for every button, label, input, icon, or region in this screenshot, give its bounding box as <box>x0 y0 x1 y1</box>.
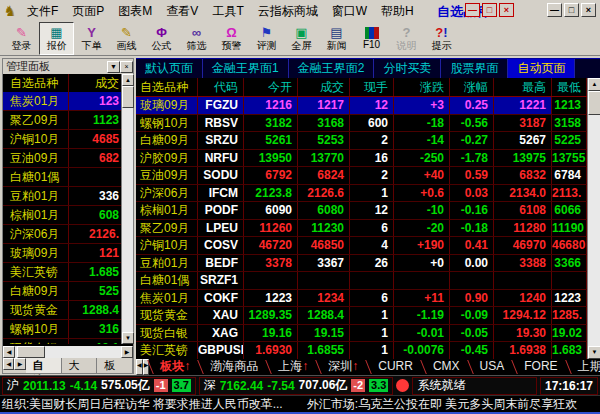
menu-item[interactable]: 窗口W <box>325 1 374 22</box>
market-tab-USA[interactable]: USA <box>469 359 514 375</box>
mdi-restore-button[interactable]: □ <box>482 3 497 17</box>
scroll-up-icon[interactable]: ▲ <box>122 74 134 86</box>
menu-item[interactable]: 云指标商城 <box>251 1 325 22</box>
market-tab-CURR[interactable]: CURR <box>367 359 422 375</box>
market-tab-渤海商品[interactable]: 渤海商品 <box>199 359 267 375</box>
评测-button[interactable]: ⚑评测 <box>249 22 284 55</box>
page-tab[interactable]: 金融王界面2 <box>289 59 375 78</box>
menu-item[interactable]: 图表M <box>111 1 159 22</box>
window-minimize-button[interactable]: — <box>547 3 562 17</box>
说明-button[interactable]: ?说明 <box>389 22 424 55</box>
watchlist-tab-大盘[interactable]: 大盘 <box>62 358 98 373</box>
scroll-up-icon[interactable]: ▲ <box>588 78 600 91</box>
list-item[interactable]: 棕榈01月608 <box>3 206 121 225</box>
list-item[interactable]: 现货白银19.1 <box>3 339 121 344</box>
panel-close-icon[interactable]: × <box>120 61 133 73</box>
F10-button[interactable]: F10 <box>354 22 389 55</box>
tab-scroll-left-icon[interactable]: ◀ <box>136 359 143 375</box>
watchlist-tab-自选[interactable]: 自选 <box>26 358 62 373</box>
column-header[interactable]: 涨跌 <box>394 78 450 96</box>
table-row[interactable]: 现货白银XAG19.1619.151-0.01-0.0519.3019.02 <box>136 325 587 343</box>
报价-button[interactable]: ▦报价 <box>39 22 74 55</box>
list-item[interactable]: 沪铜10月4685 <box>3 130 121 149</box>
menu-item[interactable]: 工具T <box>205 1 250 22</box>
page-tab[interactable]: 默认页面 <box>136 59 203 78</box>
list-item[interactable]: 美汇英镑1.685 <box>3 263 121 282</box>
table-row[interactable]: 白糖09月SRZU526152532-14-0.2752675225 <box>136 132 587 150</box>
table-row[interactable]: 沪深06月IFCM2123.82126.61+0.60.032134.02113… <box>136 185 587 203</box>
全屏-button[interactable]: ▣全屏 <box>284 22 319 55</box>
登录-button[interactable]: ✎登录 <box>4 22 39 55</box>
table-row[interactable]: 焦炭01月COKF122312346+110.9012401223 <box>136 290 587 308</box>
mdi-minimize-button[interactable]: — <box>465 3 480 17</box>
list-item[interactable]: 现货黄金1288.4 <box>3 301 121 320</box>
panel-dropdown-icon[interactable]: ▼ <box>107 61 120 73</box>
mdi-close-button[interactable]: × <box>499 3 514 17</box>
公式-button[interactable]: Φ公式 <box>144 22 179 55</box>
list-item[interactable]: 螺钢10月316 <box>3 320 121 339</box>
table-row[interactable]: 美汇英镑GBPUSD1.69301.68551-0.0076-0.451.693… <box>136 342 587 359</box>
scroll-thumb[interactable] <box>588 91 600 115</box>
column-header[interactable]: 最高 <box>494 78 552 96</box>
watchlist-hscrollbar[interactable]: ◀ ▶ <box>3 346 133 358</box>
column-header[interactable]: 今开 <box>244 78 298 96</box>
筛选-button[interactable]: ∞筛选 <box>179 22 214 55</box>
提示-button[interactable]: ?!提示 <box>424 22 459 55</box>
tab-scroll-right-icon[interactable]: ▶ <box>14 358 25 370</box>
scroll-thumb[interactable] <box>122 86 134 108</box>
page-tab[interactable]: 自动页面 <box>508 59 575 78</box>
market-tab-FORE[interactable]: FORE <box>513 359 566 375</box>
list-item[interactable]: 豆粕01月336 <box>3 187 121 206</box>
watchlist-header-price[interactable]: 成交 <box>69 74 121 92</box>
menu-item[interactable]: 页面P <box>65 1 111 22</box>
market-tab-深圳[interactable]: 深圳↑ <box>317 359 367 375</box>
画线-button[interactable]: ✎画线 <box>109 22 144 55</box>
menu-item[interactable]: 文件F <box>20 1 65 22</box>
quote-vscrollbar[interactable]: ▲ ▼ <box>587 78 600 359</box>
list-item[interactable]: 玻璃09月121 <box>3 244 121 263</box>
list-item[interactable]: 聚乙09月1123 <box>3 111 121 130</box>
column-header[interactable]: 涨幅 <box>450 78 494 96</box>
window-close-button[interactable]: × <box>581 3 596 17</box>
watchlist-tab-板块[interactable]: 板块 <box>97 358 133 373</box>
table-row[interactable]: 豆粕01月BEDF3378336726+00.0033883366 <box>136 255 587 273</box>
menu-item[interactable]: 帮助H <box>374 1 421 22</box>
list-item[interactable]: 豆油09月682 <box>3 149 121 168</box>
新闻-button[interactable]: ▤新闻 <box>319 22 354 55</box>
page-tab[interactable]: 分时买卖 <box>374 59 441 78</box>
tab-scroll-left-icon[interactable]: ◀ <box>3 358 14 370</box>
scroll-down-icon[interactable]: ▼ <box>122 332 134 344</box>
scroll-down-icon[interactable]: ▼ <box>588 346 600 359</box>
column-header[interactable]: 自选品种 <box>136 78 198 96</box>
column-header[interactable]: 现手 <box>350 78 394 96</box>
table-row[interactable]: 现货黄金XAU1289.351288.41-1.19-0.091294.1212… <box>136 307 587 325</box>
list-item[interactable]: 白糖01偶 <box>3 168 121 187</box>
market-tab-CMX[interactable]: CMX <box>422 359 469 375</box>
table-row[interactable]: 沪胶09月NRFU139501377016-250-1.781397513755 <box>136 150 587 168</box>
table-row[interactable]: 沪铜10月COSV46720468504+1900.414697046680 <box>136 237 587 255</box>
market-tab-上期[interactable]: 上期 <box>567 359 600 375</box>
scroll-left-icon[interactable]: ◀ <box>3 346 15 358</box>
column-header[interactable]: 代码 <box>198 78 244 96</box>
下单-button[interactable]: Y下单 <box>74 22 109 55</box>
watchlist-header-name[interactable]: 自选品种 <box>3 74 69 92</box>
column-header[interactable]: 最低 <box>552 78 587 96</box>
list-item[interactable]: 沪深06月2126. <box>3 225 121 244</box>
table-row[interactable]: 白糖01偶SRZF1 <box>136 272 587 290</box>
page-tab[interactable]: 股票界面 <box>441 59 508 78</box>
scroll-thumb[interactable] <box>17 346 45 358</box>
watchlist-vscrollbar[interactable]: ▲ ▼ <box>121 74 133 344</box>
market-tab-上海[interactable]: 上海↑ <box>267 359 317 375</box>
list-item[interactable]: 白糖09月525 <box>3 282 121 301</box>
menu-item[interactable]: 查看V <box>159 1 205 22</box>
table-row[interactable]: 玻璃09月FGZU1216121712+30.2512211213 <box>136 97 587 115</box>
page-tab[interactable]: 金融王界面1 <box>203 59 289 78</box>
market-tab-板块[interactable]: 板块↑ <box>149 359 199 375</box>
window-restore-button[interactable]: □ <box>564 3 579 17</box>
scroll-right-icon[interactable]: ▶ <box>121 346 133 358</box>
table-row[interactable]: 聚乙09月LPEU11260112306-20-0.181128011190 <box>136 220 587 238</box>
list-item[interactable]: 焦炭01月123 <box>3 92 121 111</box>
column-header[interactable]: 成交 <box>298 78 350 96</box>
table-row[interactable]: 豆油09月SODU679268242+400.5968326784 <box>136 167 587 185</box>
预警-button[interactable]: Ω预警 <box>214 22 249 55</box>
